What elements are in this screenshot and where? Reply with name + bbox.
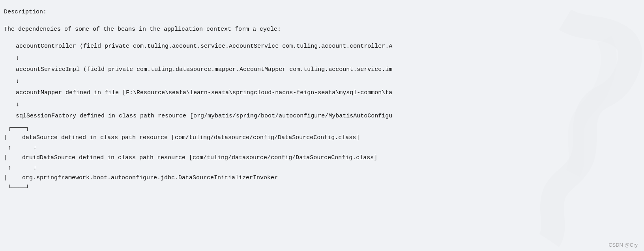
bean-accountmapper-line: accountMapper defined in file [F:\Resour… — [16, 88, 636, 98]
watermark: CSDN @Cry — [608, 242, 638, 248]
arrow-down-3: ↓ — [16, 100, 636, 110]
cycle-druiddatasource-row: | druidDataSource defined in class path … — [4, 153, 636, 163]
bean-sqlsessionfactory: sqlSessionFactory defined in class path … — [16, 111, 636, 121]
arrow-down-1: ↓ — [16, 53, 636, 63]
main-content: Description: The dependencies of some of… — [0, 0, 644, 197]
bean-accountmapper: accountMapper defined in file [F:\Resour… — [16, 88, 636, 98]
bean-accountserviceimpl: accountServiceImpl (field private com.tu… — [16, 65, 636, 75]
bean-org-line: org.springframework.boot.autoconfigure.j… — [22, 173, 278, 183]
bean-accountcontroller: accountController (field private com.tul… — [16, 41, 636, 52]
cycle-datasource-row: | dataSource defined in class path resou… — [4, 133, 636, 143]
bean-datasource-line: dataSource defined in class path resourc… — [22, 133, 359, 143]
arrow-down-2: ↓ — [16, 76, 636, 87]
cycle-border-druiddatasource: | — [4, 153, 9, 163]
cycle-container: ┌────┐ | dataSource defined in class pat… — [4, 123, 636, 193]
bean-druiddatasource-line: druidDataSource defined in class path re… — [22, 153, 377, 163]
description-label: Description: — [4, 7, 636, 17]
bean-accountcontroller-line: accountController (field private com.tul… — [16, 41, 636, 52]
bean-sqlsessionfactory-line: sqlSessionFactory defined in class path … — [16, 111, 636, 121]
bean-accountserviceimpl-line: accountServiceImpl (field private com.tu… — [16, 65, 636, 75]
cycle-border-datasource: | — [4, 133, 9, 143]
cycle-org-row: | org.springframework.boot.autoconfigure… — [4, 173, 636, 183]
error-line: The dependencies of some of the beans in… — [4, 24, 636, 35]
cycle-border-org: | — [4, 173, 9, 183]
